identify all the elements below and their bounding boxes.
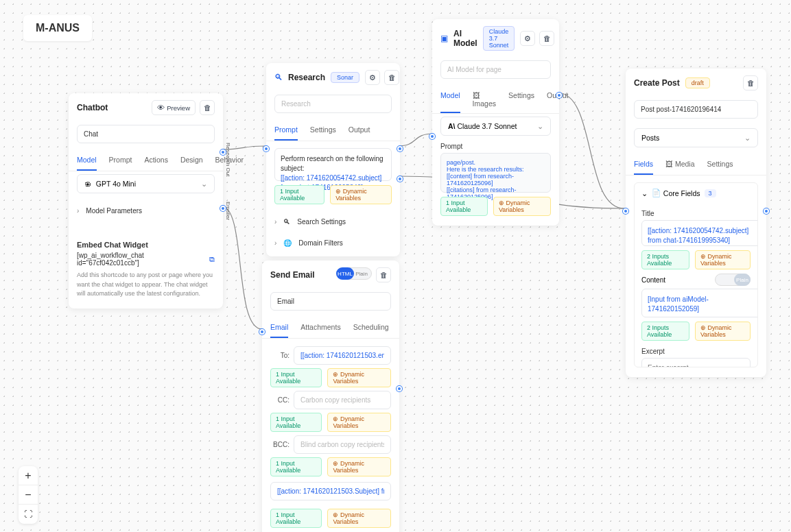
name-input[interactable] [440, 60, 551, 79]
research-node: 🔍︎ Research Sonar ⚙ 🗑 Prompt Settings Ou… [266, 63, 400, 256]
email-node: Send Email HTML Plain 🗑 Email Attachment… [262, 261, 399, 532]
tab-media[interactable]: 🖾 Media [665, 154, 695, 175]
to-input[interactable] [294, 346, 391, 365]
output-handle[interactable] [397, 146, 403, 152]
model-select[interactable]: A\ Claude 3.7 Sonnet⌄ [440, 117, 551, 136]
tab-settings[interactable]: Settings [707, 154, 733, 175]
dynamic-vars-badge[interactable]: ⊕ Dynamic Variables [330, 185, 392, 204]
tab-images[interactable]: 🖾 Images [473, 86, 496, 113]
openai-icon: ֎ [84, 180, 92, 188]
excerpt-label: Excerpt [641, 348, 749, 355]
tabs: Model Prompt Actions Design Behavior [69, 150, 223, 171]
delete-icon[interactable]: 🗑 [539, 31, 554, 46]
input-handle[interactable] [259, 329, 265, 335]
title-textarea[interactable]: [[action: 1741620054742.subject] from ch… [641, 220, 758, 246]
node-title: Research [288, 73, 325, 82]
name-input[interactable] [274, 95, 392, 113]
fit-view-button[interactable]: ⛶ [19, 505, 38, 524]
embed-note: Add this shortcode to any post or page w… [77, 271, 215, 299]
bcc-input[interactable] [294, 435, 391, 454]
delete-icon[interactable]: 🗑 [743, 75, 758, 90]
output-handle[interactable] [397, 386, 402, 391]
zoom-in-button[interactable]: + [19, 466, 38, 485]
tab-settings[interactable]: Settings [508, 86, 534, 113]
title-label: Title [641, 210, 749, 217]
tab-model[interactable]: Model [77, 150, 97, 171]
handle-label: Research Out [225, 143, 231, 176]
tab-email[interactable]: Email [270, 317, 288, 338]
node-title: Create Post [634, 78, 680, 88]
domain-filters-row[interactable]: › 🌐 Domain Filters [266, 232, 400, 256]
dynamic-vars-badge[interactable]: ⊕ Dynamic Variables [695, 250, 751, 269]
name-input[interactable] [77, 125, 215, 143]
output-handle[interactable] [556, 93, 562, 98]
bcc-label: BCC: [270, 441, 290, 448]
delete-icon[interactable]: 🗑 [200, 100, 215, 115]
status-pill: draft [685, 77, 710, 88]
tab-design[interactable]: Design [180, 150, 203, 171]
tab-prompt[interactable]: Prompt [109, 150, 132, 171]
dynamic-vars-badge[interactable]: ⊕ Dynamic Variables [493, 197, 551, 216]
provider-pill: Claude 3.7 Sonnet [483, 26, 515, 51]
input-available-badge: 1 Input Available [440, 197, 488, 216]
name-input[interactable] [634, 100, 758, 119]
delete-icon[interactable]: 🗑 [376, 267, 391, 282]
output-handle[interactable] [764, 208, 769, 214]
tab-scheduling[interactable]: Scheduling [353, 317, 389, 338]
cc-label: CC: [270, 396, 290, 404]
tab-prompt[interactable]: Prompt [274, 120, 298, 141]
inputs-available-badge: 2 Inputs Available [641, 250, 689, 269]
tab-settings[interactable]: Settings [310, 120, 336, 141]
html-toggle[interactable]: HTML Plain [336, 267, 372, 280]
zoom-controls: + − ⛶ [19, 466, 38, 524]
dynamic-vars-badge[interactable]: ⊕ Dynamic Variables [327, 457, 391, 476]
gear-icon[interactable]: ⚙ [520, 31, 535, 46]
core-fields-header[interactable]: ⌄ 📄 Core Fields 3 [635, 183, 757, 203]
tab-output[interactable]: Output [349, 120, 370, 141]
chevron-down-icon: ⌄ [641, 189, 648, 197]
search-settings-row[interactable]: › 🔍︎ Search Settings [266, 211, 400, 232]
tab-output[interactable]: Output [547, 86, 569, 113]
input-available-badge: 1 Input Available [274, 185, 324, 204]
input-available-badge: 1 Input Available [270, 413, 322, 432]
input-handle[interactable] [623, 208, 628, 214]
cc-input[interactable] [294, 391, 391, 409]
content-mode-toggle[interactable]: Plain [715, 274, 751, 286]
dynamic-vars-badge[interactable]: ⊕ Dynamic Variables [695, 322, 751, 341]
zoom-out-button[interactable]: − [19, 485, 38, 505]
brand-logo: M-ANUS [23, 15, 92, 41]
search-icon: 🔍︎ [274, 73, 283, 82]
input-handle[interactable] [429, 134, 435, 139]
input-handle[interactable] [263, 146, 269, 152]
preview-button[interactable]: 👁 Preview [152, 100, 196, 115]
input-available-badge: 1 Input Available [270, 368, 322, 387]
posttype-select[interactable]: Posts⌄ [634, 128, 758, 147]
gear-icon[interactable]: ⚙ [365, 70, 380, 85]
tab-fields[interactable]: Fields [634, 154, 653, 175]
embed-title: Embed Chat Widget [77, 241, 215, 249]
inputs-available-badge: 2 Inputs Available [641, 322, 689, 341]
output-handle-2[interactable] [397, 176, 403, 182]
tab-attachments[interactable]: Attachments [300, 317, 340, 338]
copy-icon[interactable]: ⧉ [209, 255, 215, 264]
subject-input[interactable] [270, 482, 391, 500]
dynamic-vars-badge[interactable]: ⊕ Dynamic Variables [327, 509, 391, 528]
createpost-node: Create Post draft 🗑 Posts⌄ Fields 🖾 Medi… [626, 69, 766, 377]
model-select[interactable]: ֎ GPT 4o Mini⌄ [77, 174, 215, 193]
model-parameters-row[interactable]: › Model Parameters [69, 200, 223, 221]
tab-actions[interactable]: Actions [144, 150, 167, 171]
prompt-textarea[interactable]: page/post. Here is the research results:… [440, 153, 551, 193]
to-label: To: [270, 352, 290, 359]
excerpt-textarea[interactable] [641, 358, 751, 367]
dynamic-vars-badge[interactable]: ⊕ Dynamic Variables [327, 413, 391, 432]
prompt-textarea[interactable]: Perform research on the following subjec… [274, 148, 392, 181]
tab-model[interactable]: Model [440, 86, 460, 113]
content-textarea[interactable]: [Input from aiModel-1741620152059] [641, 289, 758, 317]
name-input[interactable] [270, 292, 391, 311]
dynamic-vars-badge[interactable]: ⊕ Dynamic Variables [327, 368, 391, 387]
shortcode-display: [wp_ai_workflow_chat id="67cf042c01ccb"]… [77, 252, 215, 267]
delete-icon[interactable]: 🗑 [384, 70, 399, 85]
input-available-badge: 1 Input Available [270, 509, 322, 528]
sparkle-icon: ▣ [440, 34, 448, 43]
chatbot-node: Research Out Emailer Chatbot 👁 Preview 🗑… [69, 93, 223, 309]
